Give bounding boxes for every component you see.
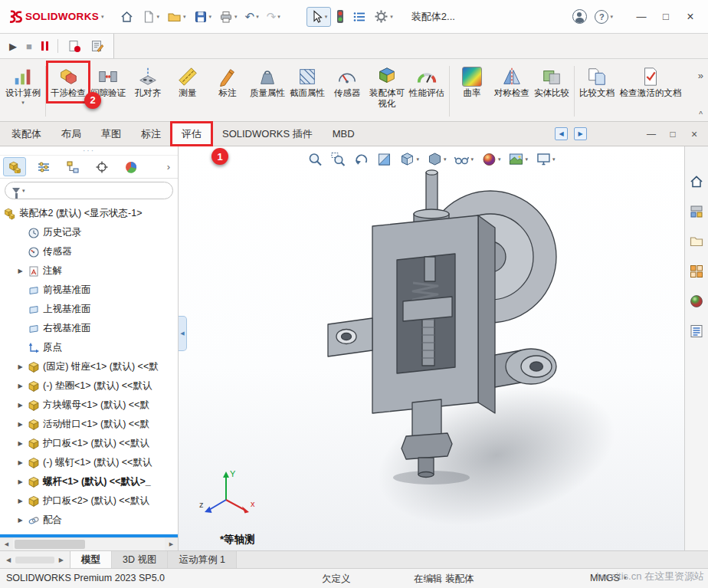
previous-view-button[interactable] (353, 152, 369, 167)
document-close-button[interactable]: × (687, 128, 702, 140)
ribbon-button-compare-entities[interactable]: 实体比较 (532, 61, 572, 99)
tree-expand-icon[interactable]: ▶ (16, 478, 25, 485)
tree-item-component-1[interactable]: ▶ (固定) 钳座<1> (默认) <<默 (4, 357, 178, 376)
tab-featuremanager-tree[interactable] (3, 157, 26, 176)
vise-assembly-model[interactable] (297, 166, 588, 487)
ribbon-button-symmetry-check[interactable]: 对称检查 (492, 61, 532, 99)
tab-dimxpertmanager[interactable] (90, 157, 113, 176)
scroll-left-button[interactable]: ◀ (0, 538, 13, 550)
tab-markup[interactable]: 标注 (131, 122, 171, 146)
dropdown-caret-icon[interactable]: ▾ (325, 14, 328, 20)
tab-propertymanager[interactable] (32, 157, 55, 176)
maximize-button[interactable]: □ (654, 6, 677, 28)
macro-pause-button[interactable] (41, 41, 49, 51)
zoom-to-fit-button[interactable] (307, 152, 323, 167)
appearances-scenes-button[interactable] (687, 292, 706, 310)
ribbon-button-measure[interactable]: 测量 (168, 61, 208, 99)
save-button[interactable]: ▾ (191, 8, 215, 26)
tree-item-annotations[interactable]: ▶ 注解 (4, 261, 178, 281)
ribbon-button-compare-documents[interactable]: 比较文档 (577, 61, 617, 99)
ribbon-button-interference-detection[interactable]: 干涉检查 2 (48, 61, 88, 99)
tree-expand-icon[interactable]: ▶ (16, 402, 25, 409)
redo-button[interactable]: ↷ ▾ (264, 8, 284, 26)
tree-item-front-plane[interactable]: 前视基准面 (4, 281, 178, 300)
ribbon-button-mass-properties[interactable]: 质量属性 (247, 61, 287, 99)
dropdown-caret-icon[interactable]: ▾ (157, 14, 160, 20)
tree-root-assembly[interactable]: 装配体2 (默认) <显示状态-1> (4, 204, 178, 223)
tab-scroll-control[interactable]: ◀ ▶ (0, 551, 70, 568)
dropdown-caret-icon[interactable]: ▾ (234, 14, 238, 20)
login-user-button[interactable] (569, 7, 590, 26)
macro-stop-button[interactable]: ■ (26, 41, 32, 52)
pane-next-button[interactable]: ▶ (574, 127, 587, 140)
document-minimize-button[interactable]: — (644, 129, 659, 140)
close-button[interactable]: × (679, 6, 702, 28)
apply-scene-button[interactable]: ▾ (509, 152, 529, 167)
view-orientation-button[interactable]: ▾ (399, 152, 419, 167)
tree-item-component-8[interactable]: ▶ 护口板<2> (默认) <<默认 (4, 491, 178, 511)
tree-item-component-7[interactable]: ▶ 螺杆<1> (默认) <<默认>_ (4, 472, 178, 491)
dropdown-caret-icon[interactable]: ▾ (416, 156, 419, 163)
dropdown-caret-icon[interactable]: ▾ (552, 156, 556, 163)
tab-model[interactable]: 模型 (70, 551, 112, 568)
view-palette-button[interactable] (687, 262, 706, 281)
ribbon-button-section-properties[interactable]: 截面属性 (287, 61, 327, 99)
scrollbar-track[interactable] (13, 538, 165, 550)
logo-dropdown-caret-icon[interactable]: ▾ (101, 14, 104, 20)
document-restore-button[interactable]: □ (665, 129, 680, 140)
scroll-right-button[interactable]: ▶ (165, 538, 178, 550)
help-button[interactable]: ? ▾ (592, 8, 616, 26)
tab-solidworks-addins[interactable]: SOLIDWORKS 插件 (212, 122, 323, 146)
tree-expand-icon[interactable]: ▶ (16, 363, 25, 370)
dropdown-caret-icon[interactable]: ▾ (22, 188, 25, 194)
tree-filter-input[interactable]: ▾ (5, 182, 173, 199)
ribbon-collapse-button[interactable]: ^ (699, 110, 703, 119)
panel-horizontal-scrollbar[interactable]: ◀ ▶ (0, 537, 178, 550)
dropdown-caret-icon[interactable]: ▾ (277, 14, 280, 20)
dropdown-caret-icon[interactable]: ▾ (610, 14, 613, 20)
display-style-button[interactable]: ▾ (427, 152, 447, 167)
dropdown-caret-icon[interactable]: ▾ (444, 156, 447, 163)
tree-expand-icon[interactable]: ▶ (16, 421, 25, 428)
scrollbar-thumb[interactable] (15, 540, 85, 549)
task-pane-home-button[interactable] (687, 172, 706, 191)
pane-previous-button[interactable]: ◀ (555, 127, 568, 140)
tree-item-origin[interactable]: 原点 (4, 338, 178, 357)
section-view-button[interactable] (376, 152, 392, 167)
dropdown-caret-icon[interactable]: ▾ (209, 14, 212, 20)
file-explorer-button[interactable] (687, 232, 706, 251)
ribbon-button-performance-evaluation[interactable]: 性能评估 (407, 61, 447, 99)
dropdown-caret-icon[interactable]: ▾ (21, 100, 25, 106)
tab-sketch[interactable]: 草图 (91, 122, 131, 146)
home-button[interactable] (116, 8, 137, 26)
tree-expand-icon[interactable]: ▶ (16, 268, 25, 274)
tree-item-component-2[interactable]: ▶ (-) 垫圈<1> (默认) <<默认 (4, 376, 178, 396)
traffic-light-button[interactable] (333, 7, 348, 26)
print-button[interactable]: ▾ (216, 8, 241, 26)
tab-scroll-left-button[interactable]: ◀ (4, 557, 13, 563)
units-selector[interactable]: MMGS ▾ (590, 573, 626, 583)
tab-assembly[interactable]: 装配体 (2, 122, 51, 146)
tree-item-mates[interactable]: ▶ 配合 (4, 511, 178, 530)
panel-expand-button[interactable]: › (162, 161, 175, 172)
tree-item-top-plane[interactable]: 上视基准面 (4, 300, 178, 319)
tree-item-component-4[interactable]: ▶ 活动钳口<1> (默认) <<默 (4, 415, 178, 434)
hide-show-items-button[interactable]: ▾ (454, 152, 474, 167)
tree-expand-icon[interactable]: ▶ (16, 440, 25, 447)
tab-motion-study-1[interactable]: 运动算例 1 (168, 551, 236, 568)
undo-button[interactable]: ↶ ▾ (242, 8, 262, 26)
tab-scroll-track[interactable] (15, 557, 54, 563)
panel-drag-handle[interactable]: ··· (0, 146, 178, 156)
tab-3d-views[interactable]: 3D 视图 (112, 551, 168, 568)
ribbon-overflow-button[interactable]: » (698, 70, 703, 81)
custom-properties-button[interactable] (687, 322, 706, 340)
ribbon-button-curvature[interactable]: 曲率 (452, 61, 492, 99)
dropdown-caret-icon[interactable]: ▾ (470, 156, 474, 163)
options-button[interactable]: ▾ (371, 7, 396, 26)
macro-record-button[interactable] (67, 39, 81, 53)
tree-item-component-6[interactable]: ▶ (-) 螺钉<1> (默认) <<默认 (4, 453, 178, 472)
tree-expand-icon[interactable]: ▶ (16, 517, 25, 524)
tab-scroll-right-button[interactable]: ▶ (57, 557, 66, 563)
dropdown-caret-icon[interactable]: ▾ (256, 14, 259, 20)
tree-item-component-5[interactable]: ▶ 护口板<1> (默认) <<默认 (4, 434, 178, 453)
